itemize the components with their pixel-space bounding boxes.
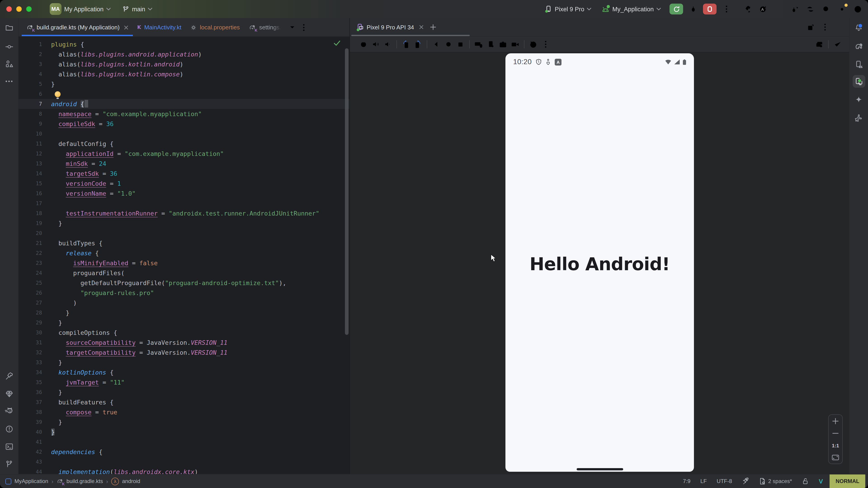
device-tab[interactable]: Pixel 9 Pro API 34 — [356, 24, 424, 31]
line-separator[interactable]: LF — [695, 475, 712, 488]
line-number[interactable]: 35 — [19, 379, 51, 385]
line-number[interactable]: 34 — [19, 369, 51, 376]
code-line[interactable]: 23 isMinifyEnabled = false — [19, 258, 349, 268]
panel-options-kebab[interactable] — [819, 21, 831, 33]
app-inspection-tool-button[interactable] — [3, 387, 16, 400]
code-line[interactable]: 17 — [19, 198, 349, 208]
minimize-window-button[interactable] — [16, 6, 22, 12]
code-line[interactable]: 8 namespace = "com.example.myapplication… — [19, 109, 349, 119]
editor-scrollbar[interactable] — [345, 48, 348, 335]
line-number[interactable]: 27 — [19, 300, 51, 306]
line-number[interactable]: 29 — [19, 320, 51, 326]
code-line[interactable]: 1plugins { — [19, 39, 349, 49]
line-number[interactable]: 37 — [19, 399, 51, 405]
file-lock-button[interactable] — [797, 475, 814, 488]
vcs-branch-widget[interactable]: main — [123, 6, 153, 12]
open-in-new-window-button[interactable] — [805, 21, 816, 33]
code-line[interactable]: 39 } — [19, 417, 349, 427]
inspections-ok-icon[interactable] — [334, 40, 340, 46]
account-button[interactable] — [852, 3, 864, 15]
code-line[interactable]: 42dependencies { — [19, 447, 349, 457]
stop-button[interactable] — [703, 4, 717, 14]
breadcrumb-file[interactable]: build.gradle.kts — [66, 478, 103, 484]
line-number[interactable]: 43 — [19, 459, 51, 465]
run-configuration-selector[interactable]: My_Application — [602, 6, 661, 12]
line-number[interactable]: 11 — [19, 140, 51, 147]
commit-tool-button[interactable] — [3, 40, 16, 53]
rotate-left-button[interactable] — [400, 38, 412, 50]
code-editor[interactable]: 1plugins {2 alias(libs.plugins.android.a… — [19, 37, 349, 474]
version-control-tool-button[interactable] — [3, 458, 16, 470]
code-line[interactable]: 22 release { — [19, 248, 349, 258]
hide-panel-button[interactable] — [834, 21, 845, 33]
line-number[interactable]: 20 — [19, 230, 51, 236]
code-line[interactable]: 40} — [19, 427, 349, 437]
code-line[interactable]: 37 buildFeatures { — [19, 397, 349, 407]
code-line[interactable]: 2 alias(libs.plugins.android.application… — [19, 49, 349, 59]
rotate-right-button[interactable] — [412, 38, 424, 50]
caret-position[interactable]: 7:9 — [678, 475, 695, 488]
project-tool-button[interactable] — [3, 21, 16, 34]
line-number[interactable]: 44 — [19, 468, 51, 474]
line-number[interactable]: 8 — [19, 111, 51, 117]
code-line[interactable]: 6 — [19, 89, 349, 99]
code-line[interactable]: 44 implementation(libs.androidx.core.ktx… — [19, 467, 349, 474]
line-number[interactable]: 42 — [19, 449, 51, 455]
structure-tool-button[interactable] — [3, 57, 16, 70]
profiler-button[interactable] — [804, 3, 816, 15]
zoom-in-button[interactable] — [830, 416, 841, 426]
fit-screen-button[interactable] — [830, 453, 841, 462]
phone-screen[interactable]: 10:20 A Hello Android! — [505, 53, 694, 472]
device-options-kebab[interactable] — [539, 38, 552, 50]
code-line[interactable]: 25 getDefaultProguardFile("proguard-andr… — [19, 278, 349, 288]
line-number[interactable]: 22 — [19, 250, 51, 256]
code-line[interactable]: 21 buildTypes { — [19, 238, 349, 248]
gesture-navigation-bar[interactable] — [577, 468, 623, 470]
screen-record-button[interactable] — [509, 38, 521, 50]
line-number[interactable]: 26 — [19, 290, 51, 296]
ideavim-icon[interactable]: V — [814, 475, 828, 488]
close-window-button[interactable] — [6, 6, 12, 12]
code-line[interactable]: 35 jvmTarget = "11" — [19, 377, 349, 387]
line-number[interactable]: 25 — [19, 280, 51, 286]
line-number[interactable]: 13 — [19, 160, 51, 167]
tab-local-properties[interactable]: local.properties — [186, 19, 244, 36]
code-line[interactable]: 10 — [19, 129, 349, 139]
line-number[interactable]: 31 — [19, 339, 51, 346]
code-line[interactable]: 29 } — [19, 318, 349, 328]
volume-up-button[interactable] — [369, 38, 381, 50]
line-number[interactable]: 19 — [19, 220, 51, 226]
line-number[interactable]: 7 — [19, 101, 51, 107]
tab-mainactivity[interactable]: K MainActivity.kt — [133, 19, 186, 36]
code-line[interactable]: 12 applicationId = "com.example.myapplic… — [19, 149, 349, 159]
code-line[interactable]: 36 } — [19, 387, 349, 397]
more-run-options-button[interactable] — [721, 3, 733, 15]
line-number[interactable]: 4 — [19, 71, 51, 77]
more-tool-windows-button[interactable] — [3, 75, 16, 88]
power-button[interactable] — [357, 38, 369, 50]
code-line[interactable]: 11 defaultConfig { — [19, 139, 349, 149]
build-tool-button[interactable] — [3, 369, 16, 382]
line-number[interactable]: 33 — [19, 359, 51, 365]
line-number[interactable]: 1 — [19, 41, 51, 47]
code-line[interactable]: 33 } — [19, 357, 349, 367]
line-number[interactable]: 18 — [19, 210, 51, 217]
code-line[interactable]: 24 proguardFiles( — [19, 268, 349, 278]
code-line[interactable]: 28 } — [19, 308, 349, 318]
line-number[interactable]: 12 — [19, 151, 51, 157]
settings-button[interactable] — [836, 3, 848, 15]
line-number[interactable]: 38 — [19, 409, 51, 415]
code-line[interactable]: 3 alias(libs.plugins.kotlin.android) — [19, 59, 349, 69]
reset-device-button[interactable] — [527, 38, 539, 50]
line-number[interactable]: 14 — [19, 170, 51, 177]
code-line[interactable]: 30 compileOptions { — [19, 328, 349, 337]
apply-code-changes-button[interactable] — [773, 3, 784, 15]
apply-changes-button[interactable]: A — [757, 3, 769, 15]
code-line[interactable]: 34 kotlinOptions { — [19, 367, 349, 377]
code-line[interactable]: 20 — [19, 228, 349, 238]
line-number[interactable]: 3 — [19, 61, 51, 67]
screenshot-button[interactable] — [497, 38, 509, 50]
code-line[interactable]: 4 alias(libs.plugins.kotlin.compose) — [19, 69, 349, 79]
code-line[interactable]: 5} — [19, 79, 349, 89]
hidden-tabs-chevron[interactable] — [286, 19, 298, 36]
